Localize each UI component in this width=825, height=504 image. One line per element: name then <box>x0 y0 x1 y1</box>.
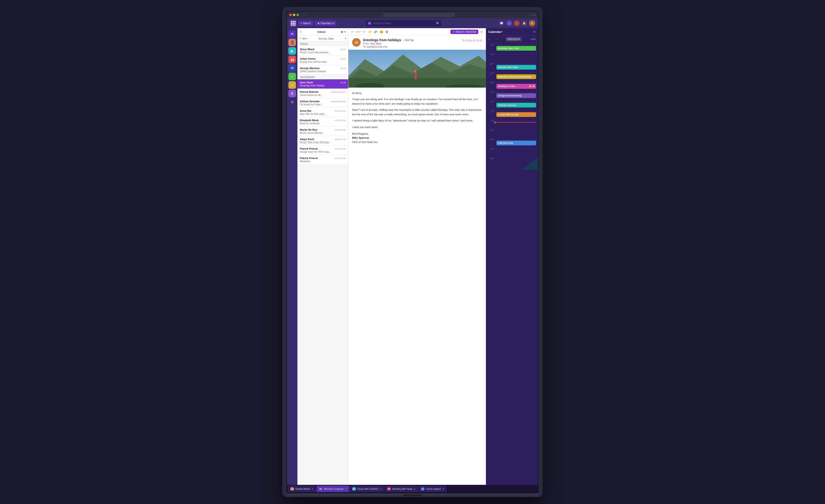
search-bar[interactable]: ✉ 🔍 <box>366 20 441 26</box>
chevron-down-icon[interactable]: ▾ <box>344 30 346 33</box>
close-email-icon[interactable]: ✕ <box>480 30 483 34</box>
delete-icon[interactable]: 🗑 <box>385 30 388 33</box>
cal-date-button[interactable]: 02/21/22 ▾ <box>506 37 522 41</box>
email-item-patrick-balister[interactable]: Patrick Balister Yesterday 03:07 Cloud r… <box>297 89 348 98</box>
calendar-close-icon[interactable]: ✕ <box>533 30 536 33</box>
subject-info: Greetings from holidays + Add Tag From: … <box>363 38 459 48</box>
cal-events-3pm: Lunch with George <box>495 111 538 118</box>
toolbar-icons: ↩ ↩↩ ↪ 📁 💤 😊 🗑 <box>351 30 448 33</box>
sidebar-item-mail[interactable]: ✉ <box>288 30 296 37</box>
sort-button[interactable]: Sort by: Date <box>319 37 334 40</box>
tab-cloud-support[interactable]: CS Cloud support ✕ <box>419 486 446 492</box>
tab-cloud-offer[interactable]: CO Cloud offer Q3/2022 ✕ <box>350 486 384 492</box>
cal-add-button[interactable]: + Add <box>529 38 536 40</box>
email-item-martin-de-boy[interactable]: Martin De Boy 10/23 18:33 Re:[3]: servis… <box>297 127 348 136</box>
copy-icon[interactable]: ⎘ <box>534 13 536 16</box>
forward-button[interactable]: › <box>306 13 309 17</box>
yesterday-section-label: YESTERDAY <box>297 75 348 79</box>
chevron-down-icon[interactable]: ▾ <box>502 30 503 33</box>
email-item-steve-black[interactable]: Steve Black 15:25 Re:[2]: Lunch with par… <box>297 46 348 56</box>
user-avatar[interactable]: U <box>529 20 535 26</box>
email-wish: I wish you were here! <box>352 125 482 129</box>
tab-meeting-paula[interactable]: MP Meeting with Paula ✕ <box>385 486 418 492</box>
tab-label: Cloud offer Q3/2022 <box>357 488 379 490</box>
notifications-icon[interactable]: 🔔 <box>521 20 527 26</box>
sidebar-item-settings[interactable]: ⚙ <box>288 98 296 106</box>
maximize-window-button[interactable] <box>296 14 299 16</box>
email-item-george-marteen[interactable]: George Marteen 15:25 [JIRA] Updated sche… <box>297 65 348 75</box>
cal-event-call-suzy[interactable]: Call with Suzy <box>496 141 536 145</box>
tab-avatar-eduard: EM <box>290 487 294 491</box>
star-favorite-icon[interactable]: ☆ <box>462 43 482 47</box>
sidebar-item-arrow[interactable]: ⬇ <box>288 90 296 97</box>
sidebar-item-calendar[interactable]: 📅 <box>288 56 296 63</box>
cal-next-button[interactable]: › <box>497 37 498 41</box>
reply-all-icon[interactable]: ↩↩ <box>356 30 361 33</box>
sidebar-item-notes[interactable]: ≡ <box>288 81 296 89</box>
sidebar-icons: ✉ 👤 ▶ 📅 W ✓ ≡ ⬇ ⚙ <box>287 28 297 485</box>
tab-eduard-marks[interactable]: EM Eduard Marks ✕ <box>288 486 316 492</box>
cal-events-4pm <box>495 121 538 123</box>
from-email-link[interactable]: Jane Stark <box>370 43 381 45</box>
tab-close-icon[interactable]: ✕ <box>414 488 416 490</box>
cal-event-session-team[interactable]: Session with Team <box>496 65 536 70</box>
cal-event-lunch-george[interactable]: Lunch with George <box>496 112 536 117</box>
email-item-patrick-priecel-1[interactable]: Patrick Priecel 10/23 15:30 Design visio… <box>297 146 348 155</box>
tab-close-icon[interactable]: ✕ <box>380 488 382 490</box>
tab-close-icon[interactable]: ✕ <box>345 488 347 490</box>
search-input[interactable] <box>373 22 435 25</box>
refresh-small-icon[interactable]: ↻ <box>299 37 301 40</box>
star-icon: ★ <box>317 22 320 25</box>
email-item-elisabeth-musk[interactable]: Elisabeth Musk 10/23 19:20 Stock for amb… <box>297 117 348 127</box>
add-tab-icon[interactable]: + <box>531 13 533 16</box>
minimize-window-button[interactable] <box>293 14 295 16</box>
back-button[interactable]: ‹ <box>303 13 305 17</box>
new-button[interactable]: + New ▾ <box>298 21 313 26</box>
forward-icon[interactable]: ↪ <box>363 30 365 33</box>
chat-icon[interactable]: 💬 <box>499 20 504 26</box>
cal-prev-button[interactable]: ‹ <box>488 37 489 41</box>
cal-events-7pm <box>495 149 538 151</box>
add-tag-button[interactable]: + Add Tag <box>403 39 414 41</box>
sort-chevron-icon[interactable]: ▾ <box>345 37 346 40</box>
close-window-button[interactable] <box>289 14 292 16</box>
refresh-icon[interactable]: ↻ <box>300 30 302 33</box>
sidebar-item-video[interactable]: ▶ <box>288 47 296 55</box>
download-icon[interactable]: ↓ <box>528 13 530 16</box>
sidebar-item-check[interactable]: ✓ <box>288 73 296 80</box>
email-item-adam-paclt[interactable]: Adam Paclt 10/23 17:32 Re:[2]: Gitex Exp… <box>297 136 348 146</box>
video-call-icon[interactable]: 📹 <box>514 20 520 26</box>
sidebar-item-contacts[interactable]: 👤 <box>288 38 296 46</box>
email-item-patrick-priecel-2[interactable]: Patrick Priecel 10/23 12:00 Marketing <box>297 155 348 165</box>
url-bar[interactable] <box>383 13 454 17</box>
cal-event-birthday-sync[interactable]: Birthday Sync Clark <box>496 46 536 51</box>
email-item-julian-green[interactable]: Julian Green 15:25 Buying new stuff ice … <box>297 56 348 65</box>
email-item-asthon-serenke[interactable]: Asthon Serenke Yesterday 03:06 Fly ticke… <box>297 98 348 108</box>
sender-name: Steve Black <box>300 48 314 51</box>
share-teamchat-button[interactable]: ↗ Share to TeamChat <box>450 29 478 34</box>
archive-icon[interactable]: 📁 <box>368 30 372 33</box>
favorites-button[interactable]: ★ Favorites ▾ <box>315 21 336 26</box>
sidebar-item-tasks[interactable]: W <box>288 64 296 72</box>
email-date: Th 25 Oct 22 15:25 <box>462 39 482 42</box>
app-grid-button[interactable] <box>290 20 296 26</box>
snooze-icon[interactable]: 💤 <box>374 30 378 33</box>
tab-michaela-sopprani[interactable]: MS Michaela Sopprani ✕ <box>316 486 349 492</box>
email-time: Yesterday 03:07 <box>330 91 346 93</box>
search-icon[interactable]: 🔍 <box>436 22 440 25</box>
emoji-icon[interactable]: 😊 <box>380 30 383 33</box>
filter-chevron-icon[interactable]: ▾ <box>306 37 307 40</box>
reply-icon[interactable]: ↩ <box>351 30 354 33</box>
cal-event-partners-session[interactable]: Partners Session <box>496 103 536 107</box>
cal-event-meeting-lima[interactable]: Meeting in Lima 🔔 ⚙ <box>496 84 536 89</box>
sig-name: Mike Sparrow <box>352 136 482 140</box>
tab-close-icon[interactable]: ✕ <box>442 488 444 490</box>
email-item-anna-hat[interactable]: Anna Hat 10/24 18:22 New offer for Asia … <box>297 108 348 117</box>
tab-close-icon[interactable]: ✕ <box>312 488 313 490</box>
time-label-5pm: 500 <box>486 129 494 132</box>
team-icon[interactable]: 👥 <box>506 20 512 26</box>
filter-all-button[interactable]: All <box>302 37 305 40</box>
email-item-jane-stark[interactable]: Jane Stark 15:25 Greetings from holidays <box>297 79 348 89</box>
cal-event-design-brainstorming[interactable]: Design Brainstorming <box>496 93 536 98</box>
cal-event-important-camp[interactable]: Important Camp Brainstorming <box>496 74 536 79</box>
